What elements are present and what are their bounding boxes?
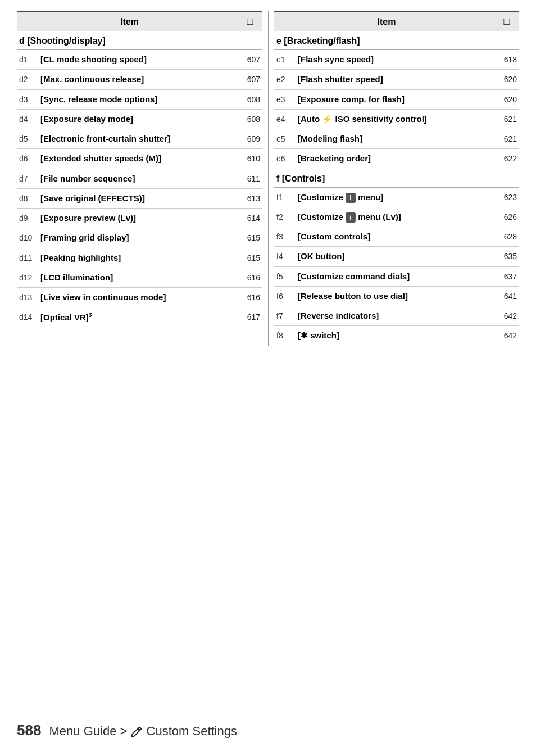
table-row: d4 [Exposure delay mode] 608 — [17, 110, 262, 129]
left-header-icon: □ — [240, 16, 260, 28]
left-table-header: Item □ — [17, 11, 262, 31]
table-row: e6 [Bracketing order] 622 — [274, 149, 519, 169]
table-row: d3 [Sync. release mode options] 608 — [17, 90, 262, 110]
table-row: f5 [Customize command dials] 637 — [274, 267, 519, 287]
right-header-icon: □ — [497, 16, 517, 28]
table-row: f6 [Release button to use dial] 641 — [274, 287, 519, 306]
table-row: d2 [Max. continuous release] 607 — [17, 70, 262, 89]
table-row: e5 [Modeling flash] 621 — [274, 129, 519, 149]
table-row: d9 [Exposure preview (Lv)] 614 — [17, 209, 262, 228]
table-row: d7 [File number sequence] 611 — [17, 169, 262, 189]
pencil-icon — [130, 726, 143, 738]
table-row: d1 [CL mode shooting speed] 607 — [17, 50, 262, 70]
table-row: f4 [OK button] 635 — [274, 247, 519, 266]
table-row: d14 [Optical VR]3 617 — [17, 307, 262, 328]
right-table-header: Item □ — [274, 11, 519, 31]
table-row: d12 [LCD illumination] 616 — [17, 268, 262, 288]
table-row: f2 [Customize i menu (Lv)] 626 — [274, 207, 519, 227]
left-section-d: d [Shooting/display] — [17, 31, 262, 50]
footer-text: Menu Guide > Custom Settings — [49, 724, 237, 738]
table-row: f7 [Reverse indicators] 642 — [274, 306, 519, 326]
table-row: d13 [Live view in continuous mode] 616 — [17, 288, 262, 307]
left-header-item-label: Item — [19, 17, 240, 27]
table-row: e3 [Exposure comp. for flash] 620 — [274, 90, 519, 110]
right-section-f: f [Controls] — [274, 169, 519, 188]
table-row: d5 [Electronic front-curtain shutter] 60… — [17, 129, 262, 149]
main-layout: Item □ d [Shooting/display] d1 [CL mode … — [17, 11, 519, 346]
table-row: d6 [Extended shutter speeds (M)] 610 — [17, 149, 262, 169]
table-row: d11 [Peaking highlights] 615 — [17, 248, 262, 268]
table-row: f8 [✱ switch] 642 — [274, 326, 519, 346]
footer-page-number: 588 — [17, 722, 41, 739]
right-section-e: e [Bracketing/flash] — [274, 31, 519, 50]
table-row: d8 [Save original (EFFECTS)] 613 — [17, 189, 262, 209]
table-row: e2 [Flash shutter speed] 620 — [274, 70, 519, 89]
table-row: f3 [Custom controls] 628 — [274, 227, 519, 247]
table-row: e1 [Flash sync speed] 618 — [274, 50, 519, 70]
right-column: Item □ e [Bracketing/flash] e1 [Flash sy… — [268, 11, 519, 346]
table-row: f1 [Customize i menu] 623 — [274, 188, 519, 207]
table-row: d10 [Framing grid display] 615 — [17, 228, 262, 248]
left-column: Item □ d [Shooting/display] d1 [CL mode … — [17, 11, 268, 346]
table-row: e4 [Auto ⚡ ISO sensitivity control] 621 — [274, 110, 519, 129]
footer: 588 Menu Guide > Custom Settings — [17, 722, 237, 739]
right-header-item-label: Item — [276, 17, 497, 27]
